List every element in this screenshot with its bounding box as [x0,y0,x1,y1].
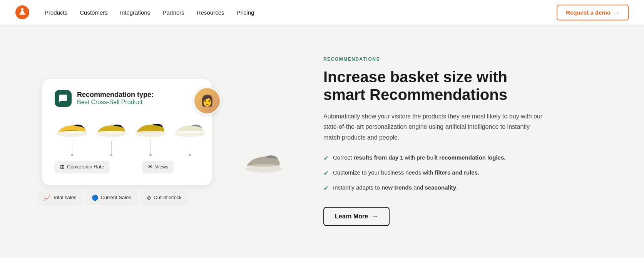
feature-item-1: ✓ Correct results from day 1 with pre-bu… [323,153,547,163]
conversion-rate-icon: ⊞ [60,164,65,170]
check-icon-1: ✓ [323,154,328,163]
nav-partners[interactable]: Partners [162,9,184,16]
request-demo-button[interactable]: Request a demo → [557,5,629,20]
section-title: Increase basket size with smart Recommen… [323,68,547,103]
nav-pricing[interactable]: Pricing [237,9,254,16]
card-subtitle: Best Cross-Sell Product [77,99,154,106]
shoes-row [55,118,199,156]
check-icon-2: ✓ [323,169,328,178]
floating-shoe-svg [243,146,285,173]
feature-text-3: Instantly adapts to new trends and seaso… [333,183,458,192]
nav-customers[interactable]: Customers [80,9,108,16]
tag-views: 👁 Views [142,161,174,173]
shoe-item-3 [133,118,168,156]
tag-current-sales: 🔵 Current Sales [86,191,136,204]
nav-integrations[interactable]: Integrations [120,9,150,16]
shoe-connector-3 [151,141,151,156]
nav-resources[interactable]: Resources [197,9,224,16]
feature-item-3: ✓ Instantly adapts to new trends and sea… [323,183,547,193]
nav-products[interactable]: Products [45,9,67,16]
shoe-item-2 [94,118,129,156]
feature-item-2: ✓ Customize to your business needs with … [323,168,547,178]
avatar: 👩 [193,87,221,115]
svg-point-1 [21,8,23,10]
logo[interactable] [15,5,29,19]
tag-total-sales: 📈 Total sales [38,191,82,204]
feature-list: ✓ Correct results from day 1 with pre-bu… [323,153,547,193]
feature-text-1: Correct results from day 1 with pre-buil… [333,153,505,162]
shoe-svg-4 [172,118,207,138]
nav-links: Products Customers Integrations Partners… [45,9,557,16]
views-icon: 👁 [147,164,153,170]
shoe-svg-1 [55,118,89,138]
check-icon-3: ✓ [323,184,328,193]
section-description: Automatically show your visitors the pro… [323,111,547,143]
section-label: RECOMMENDATIONS [323,57,547,62]
card-title: Recommendation type: [77,91,154,99]
navbar: Products Customers Integrations Partners… [0,0,644,25]
card-text: Recommendation type: Best Cross-Sell Pro… [77,91,154,106]
shoe-connector-2 [111,141,112,156]
total-sales-icon: 📈 [44,195,50,201]
right-content: RECOMMENDATIONS Increase basket size wit… [323,57,547,226]
main-content: Recommendation type: Best Cross-Sell Pro… [0,25,644,258]
learn-more-button[interactable]: Learn More → [323,207,390,226]
out-of-stock-icon: ⊘ [147,195,151,201]
current-sales-icon: 🔵 [92,195,98,201]
tags-row-1: ⊞ Conversion Rate 👁 Views [55,161,199,173]
tag-out-of-stock: ⊘ Out-of-Stock [141,191,187,204]
shoe-item-4 [172,118,207,156]
floating-shoe [243,146,285,175]
tags-row-2: 📈 Total sales 🔵 Current Sales ⊘ Out-of-S… [38,191,300,204]
product-illustration: Recommendation type: Best Cross-Sell Pro… [31,79,300,204]
shoe-svg-3 [133,118,168,138]
feature-text-2: Customize to your business needs with fi… [333,168,479,177]
recommendation-icon [55,90,72,107]
recommendation-card: Recommendation type: Best Cross-Sell Pro… [42,79,212,185]
shoe-connector-4 [190,141,190,156]
card-header: Recommendation type: Best Cross-Sell Pro… [55,90,199,107]
shoe-item-1 [55,118,89,156]
shoe-connector-1 [72,141,72,156]
shoe-svg-2 [94,118,129,138]
tag-conversion-rate: ⊞ Conversion Rate [55,161,110,173]
